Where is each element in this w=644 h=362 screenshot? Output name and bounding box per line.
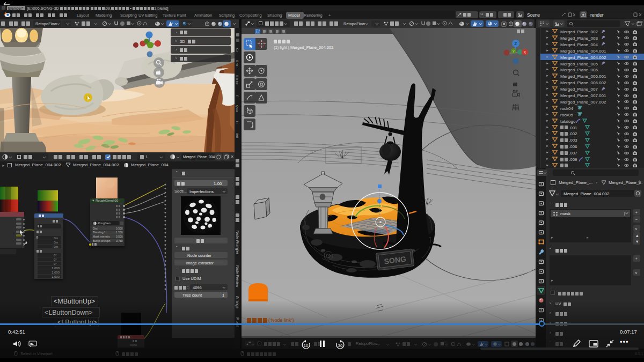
svg-text:X: X <box>524 50 526 54</box>
svg-text:30: 30 <box>338 343 342 348</box>
svg-text:10: 10 <box>304 343 308 348</box>
svg-text:Y: Y <box>513 50 515 53</box>
svg-text:Z: Z <box>515 42 517 46</box>
